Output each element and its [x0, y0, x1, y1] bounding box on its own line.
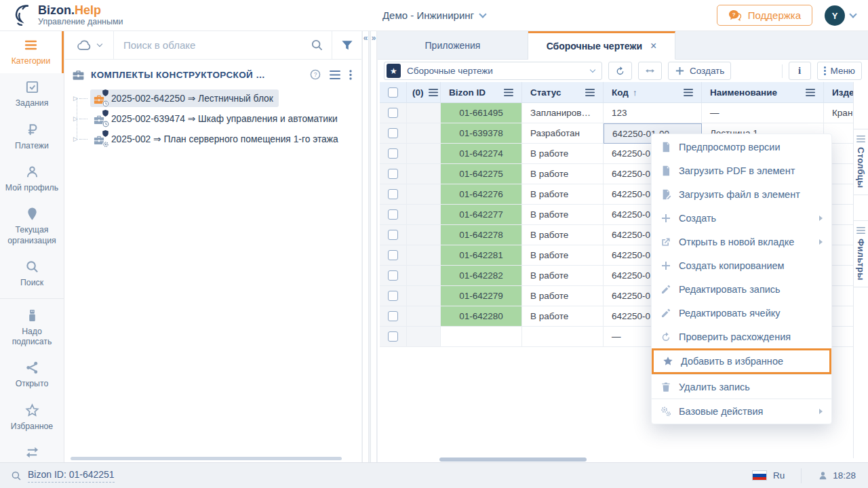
status-cell[interactable]: В работе — [522, 245, 604, 266]
sort-asc-icon[interactable]: ↑ — [633, 87, 637, 98]
column-menu-icon[interactable] — [806, 89, 815, 96]
bizon-id-cell[interactable]: 01-642280 — [441, 306, 522, 327]
tree-item-body[interactable]: 2025-002-639474 ⇒ Шкаф управления и авто… — [90, 110, 343, 127]
workspace-selector[interactable]: Демо - Инжиниринг — [382, 9, 486, 21]
menu-item-delete-record[interactable]: Удалить запись — [652, 375, 831, 399]
table-row[interactable]: 01-661495 Запланиров… 123 — Кран — [380, 103, 853, 123]
record-reference[interactable]: Bizon ID: 01-642251 — [28, 469, 115, 483]
menu-item-edit-record[interactable]: Редактировать запись — [652, 277, 831, 301]
sidebar-item-payments[interactable]: Платежи — [0, 116, 64, 158]
view-selector-dropdown[interactable]: ★ Сборочные чертежи — [384, 62, 602, 80]
menu-item-upload-pdf[interactable]: Загрузить PDF в элемент — [652, 159, 831, 182]
status-cell[interactable]: В работе — [522, 306, 604, 327]
sidebar-item-tasks[interactable]: Задания — [0, 73, 64, 115]
collapse-left-handle[interactable]: « — [362, 31, 369, 462]
bizon-id-cell[interactable]: 01-642276 — [441, 184, 522, 205]
bizon-id-cell[interactable]: 01-642282 — [441, 266, 522, 286]
column-menu-icon[interactable] — [504, 89, 513, 96]
panel-horizontal-scrollbar[interactable] — [71, 457, 342, 460]
column-header-product[interactable]: Изделие — [824, 82, 853, 103]
bizon-id-cell[interactable]: 01-661495 — [441, 103, 522, 123]
status-cell[interactable]: В работе — [522, 225, 604, 245]
grid-horizontal-scrollbar[interactable] — [439, 458, 587, 462]
tree-item-selected[interactable]: 2025-002-642250 ⇒ Лестничный блок — [90, 89, 279, 107]
row-checkbox[interactable] — [388, 230, 398, 240]
bizon-id-cell[interactable] — [441, 327, 522, 347]
menu-item-base-actions[interactable]: Базовые действия — [652, 399, 831, 423]
status-cell[interactable]: В работе — [522, 286, 604, 306]
row-checkbox[interactable] — [388, 331, 398, 342]
resize-columns-button[interactable] — [638, 62, 662, 80]
tab-applications[interactable]: Приложения — [378, 31, 528, 59]
menu-item-edit-cell[interactable]: Редактировать ячейку — [652, 301, 831, 325]
bizon-id-cell[interactable]: 01-642281 — [441, 245, 522, 266]
bizon-id-cell[interactable]: 01-642274 — [441, 144, 522, 164]
user-menu[interactable]: Y — [825, 5, 856, 26]
status-cell[interactable]: В работе — [522, 164, 604, 184]
status-cell[interactable]: В работе — [522, 266, 604, 286]
product-cell[interactable]: Кран — [824, 103, 853, 123]
menu-button[interactable]: Меню — [817, 62, 863, 80]
row-checkbox[interactable] — [388, 128, 398, 138]
row-checkbox[interactable] — [388, 108, 398, 118]
sidebar-item-profile[interactable]: Мой профиль — [0, 158, 64, 200]
refresh-button[interactable] — [608, 62, 632, 80]
sidebar-item-organization[interactable]: Текущая организация — [0, 200, 64, 253]
tree-item-body[interactable]: 2025-002 ⇒ План серверного помещения 1-г… — [90, 130, 344, 148]
sidebar-item-categories[interactable]: Категории — [0, 31, 64, 73]
menu-item-upload-file[interactable]: Загрузить файл в элемент — [652, 182, 831, 206]
count-header[interactable]: (0) — [407, 82, 441, 103]
column-header-status[interactable]: Статус — [522, 82, 604, 103]
row-checkbox[interactable] — [388, 169, 398, 179]
filters-panel-tab[interactable]: Фильтры — [854, 220, 868, 287]
bizon-id-cell[interactable]: 01-642279 — [441, 286, 522, 306]
sidebar-item-opened[interactable]: Открыто — [0, 354, 64, 396]
language-selector[interactable]: Ru — [773, 470, 785, 481]
row-checkbox[interactable] — [388, 270, 398, 281]
support-button[interactable]: ? Поддержка — [717, 5, 812, 26]
create-button[interactable]: Создать — [668, 62, 731, 80]
cloud-search-input[interactable] — [114, 39, 311, 51]
row-checkbox[interactable] — [388, 148, 398, 159]
code-cell[interactable]: 123 — [604, 103, 702, 123]
statusbar-record-search[interactable]: Bizon ID: 01-642251 — [11, 469, 115, 483]
help-circle-icon[interactable]: ? — [310, 69, 321, 80]
collapse-right-handle[interactable]: » — [370, 31, 377, 462]
status-cell[interactable]: Запланиров… — [522, 103, 604, 123]
menu-item-check-discrepancies[interactable]: Проверить расхождения — [652, 325, 831, 348]
columns-panel-tab[interactable]: Столбцы — [854, 129, 868, 195]
bizon-id-cell[interactable]: 01-642278 — [441, 225, 522, 245]
menu-item-add-to-favorites[interactable]: Добавить в избранное — [652, 348, 831, 374]
row-checkbox[interactable] — [388, 311, 398, 321]
column-header-code[interactable]: Код ↑ — [604, 82, 702, 103]
bizon-id-cell[interactable]: 01-642275 — [441, 164, 522, 184]
status-cell[interactable]: В работе — [522, 205, 604, 225]
row-checkbox[interactable] — [388, 209, 398, 220]
column-header-bizon-id[interactable]: Bizon ID — [441, 82, 522, 103]
row-checkbox[interactable] — [388, 291, 398, 301]
info-button[interactable]: i — [789, 62, 811, 80]
column-header-name[interactable]: Наименование — [702, 82, 824, 103]
menu-item-create[interactable]: Создать — [652, 206, 831, 230]
app-logo[interactable]: Bizon.Help Управление данными — [9, 3, 123, 28]
column-menu-icon[interactable] — [429, 89, 438, 96]
column-menu-icon[interactable] — [684, 89, 693, 96]
list-menu-icon[interactable] — [330, 70, 340, 79]
status-cell[interactable] — [522, 327, 604, 347]
sidebar-item-search[interactable]: Поиск — [0, 253, 64, 295]
filter-button[interactable] — [332, 31, 361, 59]
kebab-menu-icon[interactable] — [349, 70, 352, 80]
close-icon[interactable]: × — [650, 40, 656, 52]
cloud-source-selector[interactable] — [65, 31, 114, 59]
select-all-checkbox[interactable] — [388, 87, 398, 98]
search-icon[interactable] — [311, 39, 323, 52]
name-cell[interactable]: — — [702, 103, 824, 123]
status-cell[interactable]: В работе — [522, 144, 604, 164]
row-checkbox[interactable] — [388, 250, 398, 260]
bizon-id-cell[interactable]: 01-639378 — [441, 123, 522, 144]
tab-assembly-drawings[interactable]: Сборочные чертежи × — [528, 31, 675, 60]
status-cell[interactable]: В работе — [522, 184, 604, 205]
menu-item-preview-version[interactable]: Предпросмотр версии — [652, 135, 831, 159]
menu-item-create-by-copy[interactable]: Создать копированием — [652, 253, 831, 277]
menu-item-open-new-tab[interactable]: Открыть в новой вкладке — [652, 230, 831, 253]
